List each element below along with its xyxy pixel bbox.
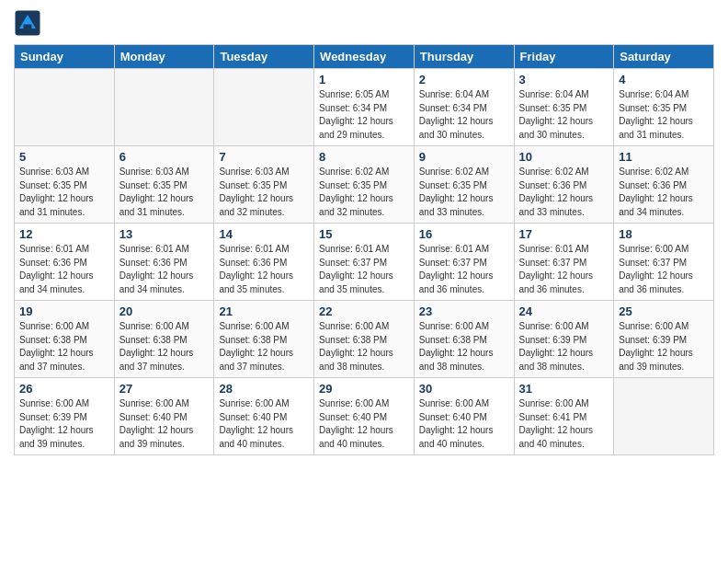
day-info: Sunrise: 6:01 AM Sunset: 6:36 PM Dayligh… [119, 243, 210, 296]
week-row-1: 5Sunrise: 6:03 AM Sunset: 6:35 PM Daylig… [15, 146, 714, 224]
day-info: Sunrise: 6:00 AM Sunset: 6:40 PM Dayligh… [319, 397, 409, 451]
day-info: Sunrise: 6:01 AM Sunset: 6:37 PM Dayligh… [319, 243, 409, 296]
day-info: Sunrise: 6:00 AM Sunset: 6:38 PM Dayligh… [119, 320, 210, 373]
day-info: Sunrise: 6:01 AM Sunset: 6:37 PM Dayligh… [519, 243, 609, 296]
day-number: 30 [419, 382, 509, 396]
day-info: Sunrise: 6:00 AM Sunset: 6:40 PM Dayligh… [119, 397, 210, 451]
calendar-cell: 29Sunrise: 6:00 AM Sunset: 6:40 PM Dayli… [314, 378, 415, 455]
day-header-wednesday: Wednesday [314, 45, 415, 69]
day-number: 16 [419, 227, 509, 241]
svg-rect-2 [24, 25, 32, 30]
day-number: 25 [619, 304, 709, 318]
day-number: 31 [519, 382, 609, 396]
day-info: Sunrise: 6:04 AM Sunset: 6:35 PM Dayligh… [619, 88, 709, 142]
day-info: Sunrise: 6:00 AM Sunset: 6:40 PM Dayligh… [219, 397, 309, 451]
day-number: 9 [419, 150, 509, 164]
calendar-cell: 12Sunrise: 6:01 AM Sunset: 6:36 PM Dayli… [15, 224, 115, 301]
day-info: Sunrise: 6:01 AM Sunset: 6:36 PM Dayligh… [219, 243, 309, 296]
calendar-cell: 10Sunrise: 6:02 AM Sunset: 6:36 PM Dayli… [514, 146, 614, 224]
calendar-cell: 5Sunrise: 6:03 AM Sunset: 6:35 PM Daylig… [15, 146, 115, 224]
header-row: SundayMondayTuesdayWednesdayThursdayFrid… [15, 45, 714, 69]
calendar-cell: 26Sunrise: 6:00 AM Sunset: 6:39 PM Dayli… [15, 378, 115, 455]
day-number: 23 [419, 304, 509, 318]
week-row-3: 19Sunrise: 6:00 AM Sunset: 6:38 PM Dayli… [15, 301, 714, 378]
day-number: 22 [319, 304, 409, 318]
day-info: Sunrise: 6:00 AM Sunset: 6:39 PM Dayligh… [619, 320, 709, 373]
calendar-cell: 19Sunrise: 6:00 AM Sunset: 6:38 PM Dayli… [15, 301, 115, 378]
day-header-saturday: Saturday [614, 45, 714, 69]
calendar-cell: 17Sunrise: 6:01 AM Sunset: 6:37 PM Dayli… [514, 224, 614, 301]
calendar-cell: 4Sunrise: 6:04 AM Sunset: 6:35 PM Daylig… [614, 69, 714, 146]
day-number: 7 [219, 150, 309, 164]
day-info: Sunrise: 6:03 AM Sunset: 6:35 PM Dayligh… [119, 166, 210, 219]
calendar-cell: 20Sunrise: 6:00 AM Sunset: 6:38 PM Dayli… [114, 301, 214, 378]
day-number: 1 [319, 73, 409, 86]
day-info: Sunrise: 6:00 AM Sunset: 6:38 PM Dayligh… [319, 320, 409, 373]
day-number: 11 [619, 150, 709, 164]
day-header-friday: Friday [514, 45, 614, 69]
day-info: Sunrise: 6:02 AM Sunset: 6:35 PM Dayligh… [419, 166, 509, 219]
day-info: Sunrise: 6:00 AM Sunset: 6:41 PM Dayligh… [519, 397, 609, 451]
day-info: Sunrise: 6:03 AM Sunset: 6:35 PM Dayligh… [19, 166, 109, 219]
day-info: Sunrise: 6:03 AM Sunset: 6:35 PM Dayligh… [219, 166, 309, 219]
calendar-cell: 11Sunrise: 6:02 AM Sunset: 6:36 PM Dayli… [614, 146, 714, 224]
day-number: 20 [119, 304, 210, 318]
calendar-cell [214, 69, 314, 146]
logo [14, 9, 45, 37]
day-number: 13 [119, 227, 210, 241]
day-info: Sunrise: 6:00 AM Sunset: 6:37 PM Dayligh… [619, 243, 709, 296]
calendar-cell: 21Sunrise: 6:00 AM Sunset: 6:38 PM Dayli… [214, 301, 314, 378]
day-number: 27 [119, 382, 210, 396]
day-info: Sunrise: 6:04 AM Sunset: 6:35 PM Dayligh… [519, 88, 609, 142]
day-info: Sunrise: 6:01 AM Sunset: 6:37 PM Dayligh… [419, 243, 509, 296]
day-info: Sunrise: 6:00 AM Sunset: 6:38 PM Dayligh… [219, 320, 309, 373]
day-number: 26 [19, 382, 109, 396]
day-number: 19 [19, 304, 109, 318]
day-info: Sunrise: 6:00 AM Sunset: 6:38 PM Dayligh… [419, 320, 509, 373]
week-row-0: 1Sunrise: 6:05 AM Sunset: 6:34 PM Daylig… [15, 69, 714, 146]
day-number: 24 [519, 304, 609, 318]
calendar-cell [114, 69, 214, 146]
calendar-page: SundayMondayTuesdayWednesdayThursdayFrid… [0, 0, 728, 465]
calendar-cell: 14Sunrise: 6:01 AM Sunset: 6:36 PM Dayli… [214, 224, 314, 301]
day-number: 15 [319, 227, 409, 241]
day-number: 5 [19, 150, 109, 164]
day-info: Sunrise: 6:00 AM Sunset: 6:39 PM Dayligh… [519, 320, 609, 373]
calendar-cell: 2Sunrise: 6:04 AM Sunset: 6:34 PM Daylig… [414, 69, 514, 146]
day-number: 3 [519, 73, 609, 86]
header [14, 9, 714, 37]
day-info: Sunrise: 6:02 AM Sunset: 6:36 PM Dayligh… [619, 166, 709, 219]
calendar-cell: 1Sunrise: 6:05 AM Sunset: 6:34 PM Daylig… [314, 69, 415, 146]
day-number: 28 [219, 382, 309, 396]
calendar-cell: 27Sunrise: 6:00 AM Sunset: 6:40 PM Dayli… [114, 378, 214, 455]
calendar-table: SundayMondayTuesdayWednesdayThursdayFrid… [14, 44, 714, 455]
day-header-tuesday: Tuesday [214, 45, 314, 69]
day-info: Sunrise: 6:05 AM Sunset: 6:34 PM Dayligh… [319, 88, 409, 142]
day-number: 12 [19, 227, 109, 241]
calendar-cell [15, 69, 115, 146]
calendar-cell: 7Sunrise: 6:03 AM Sunset: 6:35 PM Daylig… [214, 146, 314, 224]
calendar-cell: 22Sunrise: 6:00 AM Sunset: 6:38 PM Dayli… [314, 301, 415, 378]
calendar-cell: 9Sunrise: 6:02 AM Sunset: 6:35 PM Daylig… [414, 146, 514, 224]
day-header-thursday: Thursday [414, 45, 514, 69]
week-row-4: 26Sunrise: 6:00 AM Sunset: 6:39 PM Dayli… [15, 378, 714, 455]
day-number: 2 [419, 73, 509, 86]
week-row-2: 12Sunrise: 6:01 AM Sunset: 6:36 PM Dayli… [15, 224, 714, 301]
calendar-cell: 8Sunrise: 6:02 AM Sunset: 6:35 PM Daylig… [314, 146, 415, 224]
day-number: 29 [319, 382, 409, 396]
day-number: 18 [619, 227, 709, 241]
day-info: Sunrise: 6:00 AM Sunset: 6:38 PM Dayligh… [19, 320, 109, 373]
day-info: Sunrise: 6:04 AM Sunset: 6:34 PM Dayligh… [419, 88, 509, 142]
calendar-cell: 6Sunrise: 6:03 AM Sunset: 6:35 PM Daylig… [114, 146, 214, 224]
day-number: 10 [519, 150, 609, 164]
day-number: 17 [519, 227, 609, 241]
calendar-cell: 28Sunrise: 6:00 AM Sunset: 6:40 PM Dayli… [214, 378, 314, 455]
calendar-cell: 18Sunrise: 6:00 AM Sunset: 6:37 PM Dayli… [614, 224, 714, 301]
day-info: Sunrise: 6:00 AM Sunset: 6:39 PM Dayligh… [19, 397, 109, 451]
day-number: 4 [619, 73, 709, 86]
calendar-cell: 13Sunrise: 6:01 AM Sunset: 6:36 PM Dayli… [114, 224, 214, 301]
day-info: Sunrise: 6:02 AM Sunset: 6:36 PM Dayligh… [519, 166, 609, 219]
calendar-cell: 31Sunrise: 6:00 AM Sunset: 6:41 PM Dayli… [514, 378, 614, 455]
day-info: Sunrise: 6:01 AM Sunset: 6:36 PM Dayligh… [19, 243, 109, 296]
day-info: Sunrise: 6:00 AM Sunset: 6:40 PM Dayligh… [419, 397, 509, 451]
